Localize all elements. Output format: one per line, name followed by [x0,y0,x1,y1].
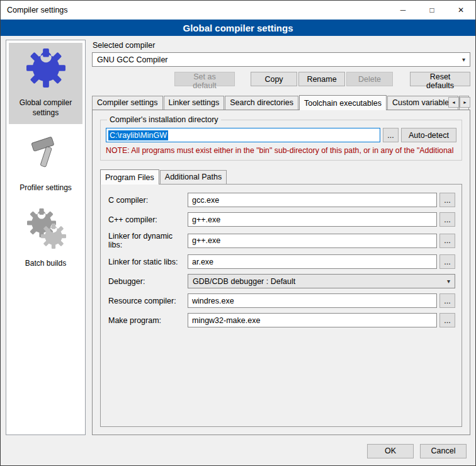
installation-directory-input[interactable]: C:\raylib\MinGW [106,128,380,142]
close-button[interactable]: ✕ [446,1,475,20]
field-row-linker-dynamic: Linker for dynamic libs: ... [108,232,455,249]
program-files-panel: C compiler: ... C++ compiler: ... [100,184,462,427]
titlebar: Compiler settings ─ □ ✕ [1,1,475,20]
resource-compiler-label: Resource compiler: [108,297,188,305]
bin-subdirectory-note: NOTE: All programs must exist either in … [106,146,456,155]
set-as-default-button: Set as default [174,72,235,86]
selected-compiler-label: Selected compiler [93,41,470,50]
sidebar-item-label: Global compiler settings [10,98,81,118]
browse-linker-dynamic-button[interactable]: ... [439,234,455,248]
toolchain-executables-panel: Compiler's installation directory C:\ray… [92,110,470,435]
linker-static-input[interactable] [188,254,437,269]
delete-button: Delete [346,72,393,86]
installation-directory-value: C:\raylib\MinGW [108,130,168,140]
reset-defaults-button[interactable]: Reset defaults [410,72,470,86]
tab-linker-settings[interactable]: Linker settings [164,96,225,110]
sidebar-item-global-compiler-settings[interactable]: Global compiler settings [9,43,82,124]
browse-make-program-button[interactable]: ... [439,313,455,327]
installation-directory-row: C:\raylib\MinGW ... Auto-detect [106,128,456,142]
settings-tabstrip: Compiler settings Linker settings Search… [92,94,470,110]
ok-button[interactable]: OK [367,444,414,458]
minimize-button[interactable]: ─ [388,1,417,20]
field-row-debugger: Debugger: GDB/CDB debugger : Default ▾ [108,274,455,288]
linker-dynamic-label: Linker for dynamic libs: [108,232,188,249]
selected-compiler-value: GNU GCC Compiler [97,55,168,64]
tab-search-directories[interactable]: Search directories [225,96,298,110]
maximize-button[interactable]: □ [417,1,446,20]
tab-program-files[interactable]: Program Files [100,169,159,185]
dialog-header-title: Global compiler settings [183,23,293,33]
field-row-make-program: Make program: ... [108,313,455,327]
tab-additional-paths[interactable]: Additional Paths [160,170,227,184]
rename-button[interactable]: Rename [298,72,345,86]
field-row-linker-static: Linker for static libs: ... [108,254,455,269]
sidebar-item-label: Profiler settings [20,183,72,193]
sidebar: Global compiler settings Profiler settin… [6,40,86,435]
sidebar-item-profiler-settings[interactable]: Profiler settings [9,128,82,200]
chevron-down-icon: ▾ [462,56,465,63]
global-compiler-gear-icon [26,48,66,88]
tab-compiler-settings[interactable]: Compiler settings [92,96,163,110]
c-compiler-input[interactable] [188,193,437,207]
tab-scroll-buttons: ◄ ► [448,97,470,108]
field-row-cpp-compiler: C++ compiler: ... [108,212,455,227]
sidebar-item-batch-builds[interactable]: Batch builds [9,203,82,275]
sidebar-item-label: Batch builds [25,259,66,269]
program-files-tabstrip: Program Files Additional Paths [100,169,462,184]
c-compiler-label: C compiler: [108,196,188,205]
copy-button[interactable]: Copy [251,72,297,86]
make-program-input[interactable] [188,313,437,327]
installation-directory-legend: Compiler's installation directory [107,115,221,124]
auto-detect-button[interactable]: Auto-detect [401,128,456,142]
field-row-resource-compiler: Resource compiler: ... [108,293,455,308]
dialog-content: Global compiler settings Profiler settin… [1,36,475,440]
browse-linker-static-button[interactable]: ... [439,254,455,269]
batch-builds-gears-icon [26,208,66,249]
cancel-button[interactable]: Cancel [420,444,467,458]
browse-directory-button[interactable]: ... [383,128,399,142]
debugger-label: Debugger: [108,277,188,286]
dialog-header: Global compiler settings [1,20,475,36]
tab-scroll-left-icon[interactable]: ◄ [448,97,459,108]
window-controls: ─ □ ✕ [388,1,475,20]
cpp-compiler-label: C++ compiler: [108,215,188,224]
compiler-actions: Set as default Copy Rename Delete Reset … [92,72,470,86]
debugger-dropdown[interactable]: GDB/CDB debugger : Default ▾ [188,274,455,288]
linker-static-label: Linker for static libs: [108,258,188,266]
make-program-label: Make program: [108,316,188,325]
profiler-hammer-icon [26,133,66,173]
browse-resource-compiler-button[interactable]: ... [439,293,455,308]
browse-cpp-compiler-button[interactable]: ... [439,212,455,227]
selected-compiler-dropdown[interactable]: GNU GCC Compiler ▾ [92,52,470,67]
compiler-settings-window: Compiler settings ─ □ ✕ Global compiler … [0,0,476,466]
field-row-c-compiler: C compiler: ... [108,193,455,207]
dialog-footer: OK Cancel [1,440,475,465]
installation-directory-group: Compiler's installation directory C:\ray… [100,115,462,161]
tab-toolchain-executables[interactable]: Toolchain executables [299,95,387,110]
main-panel: Selected compiler GNU GCC Compiler ▾ Set… [92,40,470,435]
debugger-value: GDB/CDB debugger : Default [193,277,295,286]
tab-scroll-right-icon[interactable]: ► [460,97,470,108]
window-title: Compiler settings [7,6,68,14]
browse-c-compiler-button[interactable]: ... [439,193,455,207]
resource-compiler-input[interactable] [188,293,437,308]
linker-dynamic-input[interactable] [188,234,437,248]
chevron-down-icon: ▾ [447,278,450,285]
cpp-compiler-input[interactable] [188,212,437,227]
tab-custom-variables[interactable]: Custom variables [387,96,458,110]
